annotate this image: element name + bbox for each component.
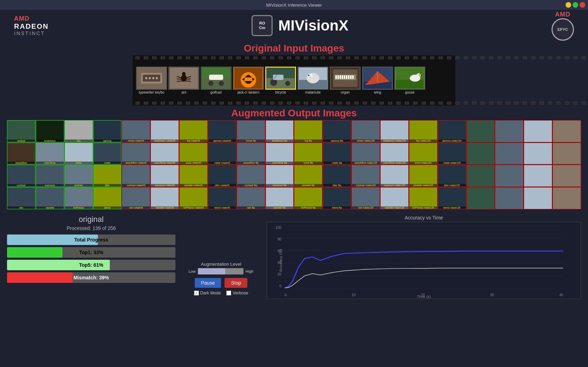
aug-cell: blend flip bbox=[323, 187, 351, 209]
aug-cell: vignette flip bbox=[266, 187, 294, 209]
film-item-goose[interactable]: goose bbox=[394, 67, 425, 94]
dark-mode-checkbox[interactable]: ✓ Dark Mode bbox=[194, 291, 221, 295]
epyc-circle: EPYC bbox=[552, 18, 574, 41]
aug-cell: colorTemp bbox=[36, 143, 64, 165]
chart-title: Accuracy vs Time bbox=[267, 215, 581, 220]
minimize-button[interactable] bbox=[566, 2, 571, 8]
film-label-lantern: jack-o'-lantern bbox=[238, 90, 260, 94]
radeon-text: RADEON bbox=[14, 22, 49, 30]
aug-cell: jitter flip bbox=[323, 165, 351, 187]
top1-progress-label: Top1: 33% bbox=[7, 247, 175, 258]
aug-cell: gamma rotate135 bbox=[438, 120, 466, 142]
y-label-20: 20 bbox=[278, 272, 281, 276]
checkbox-row: ✓ Dark Mode Verbose bbox=[194, 291, 248, 295]
film-strip-container: typewriter keybo ant golfcart bbox=[0, 55, 588, 106]
aug-cell-label: pixelate rotate45 bbox=[180, 184, 207, 186]
stop-button[interactable]: Stop bbox=[225, 278, 247, 288]
aug-cell bbox=[495, 187, 523, 209]
window-controls bbox=[566, 2, 585, 8]
current-image-label: original bbox=[7, 215, 175, 224]
aug-cell-label: rotate flip bbox=[323, 162, 351, 164]
augmented-grid-container: originalbrightnessfoggammaresize rotate4… bbox=[0, 120, 588, 209]
aug-cell-label: exposure bbox=[36, 184, 64, 186]
y-label-0: 0 bbox=[279, 284, 281, 288]
pause-button[interactable]: Pause bbox=[195, 278, 221, 288]
title-bar: MIVisionX Inference Viewer bbox=[0, 0, 588, 10]
x-label-0: 0 bbox=[285, 293, 287, 297]
aug-cell-label: vignette rotate45 bbox=[151, 206, 179, 209]
verbose-checkbox[interactable]: Verbose bbox=[226, 291, 248, 295]
aug-cell-label: SnPNoise bbox=[65, 206, 93, 209]
film-item-lantern[interactable]: jack-o'-lantern bbox=[233, 67, 264, 94]
instinct-text: INSTINCT bbox=[14, 30, 45, 36]
aug-cell: vignette rotate135 bbox=[380, 187, 409, 209]
aug-level-label: Augmentation Level bbox=[201, 261, 241, 267]
aug-cell: snow rotate135 bbox=[409, 143, 437, 165]
y-label-80: 80 bbox=[278, 237, 281, 241]
aug-cell: contrast rotate45 bbox=[122, 165, 150, 187]
aug-cell: jitter rotate135 bbox=[438, 165, 466, 187]
film-item-ant[interactable]: ant bbox=[168, 67, 199, 94]
input-section-title: Original Input Images bbox=[0, 43, 588, 54]
film-item-wing[interactable]: wing bbox=[362, 67, 393, 94]
aug-cell-label: exposure rotate135 bbox=[381, 184, 408, 186]
aug-cell-label: rain bbox=[7, 206, 35, 209]
aug-cell-label: pixelate rotate135 bbox=[409, 184, 437, 186]
film-item-malamute[interactable]: malamute bbox=[298, 67, 328, 94]
aug-cell: colorTemp rotate135 bbox=[380, 143, 409, 165]
aug-cell: resize rotate45 bbox=[122, 120, 150, 142]
chart-y-axis: 100 80 60 40 20 0 bbox=[267, 226, 283, 288]
close-button[interactable] bbox=[580, 2, 585, 8]
y-label-40: 40 bbox=[278, 261, 281, 265]
aug-cell: jitter bbox=[93, 165, 122, 187]
processed-count: Processed: 139 of 256 bbox=[7, 225, 175, 231]
svg-rect-49 bbox=[352, 75, 354, 79]
aug-cell-label: colorTemp rotate45 bbox=[151, 162, 179, 164]
aug-cell: gamma flip bbox=[323, 120, 351, 142]
film-wrapper: typewriter keybo ant golfcart bbox=[133, 55, 455, 106]
aug-cell: pixelate rotate45 bbox=[179, 165, 208, 187]
film-item-golfcart[interactable]: golfcart bbox=[201, 67, 232, 94]
aug-cell-label: jitter bbox=[94, 184, 121, 186]
svg-line-12 bbox=[177, 81, 182, 81]
aug-cell-label: brightness flip bbox=[266, 140, 294, 142]
aug-cell-label: fog rotate135 bbox=[409, 140, 437, 142]
aug-cell-label: warpAffine flip bbox=[237, 162, 265, 164]
aug-cell: rain rotate135 bbox=[352, 187, 380, 209]
aug-cell: rotate flip bbox=[323, 143, 351, 165]
aug-cell: pixelate rotate135 bbox=[409, 165, 437, 187]
aug-cell: pixelate flip bbox=[294, 165, 322, 187]
svg-point-3 bbox=[145, 77, 147, 79]
y-label-60: 60 bbox=[278, 249, 281, 253]
svg-line-15 bbox=[185, 81, 191, 81]
film-item-typewriter[interactable]: typewriter keybo bbox=[136, 67, 167, 94]
maximize-button[interactable] bbox=[573, 2, 578, 8]
controls-row: Pause Stop bbox=[195, 278, 248, 288]
aug-cell-label: original bbox=[7, 140, 35, 142]
center-panel: Augmentation Level Low High Pause Stop ✓… bbox=[182, 215, 260, 299]
svg-point-20 bbox=[219, 81, 224, 86]
augmented-grid: originalbrightnessfoggammaresize rotate4… bbox=[7, 120, 581, 209]
aug-cell-label: snow flip bbox=[294, 162, 322, 164]
aug-cell-label: gamma flip bbox=[323, 140, 351, 142]
chart-x-title: Time (s) bbox=[417, 294, 431, 299]
aug-cell: brightness flip bbox=[266, 120, 294, 142]
film-label-wing: wing bbox=[374, 90, 381, 94]
film-label-typewriter: typewriter keybo bbox=[139, 90, 165, 94]
aug-cell: contrast flip bbox=[237, 165, 265, 187]
film-label-goose: goose bbox=[405, 90, 414, 94]
aug-slider-fill bbox=[198, 268, 225, 274]
aug-cell-label: contrast bbox=[7, 184, 35, 186]
aug-cell bbox=[553, 120, 581, 142]
aug-cell-label: vignette bbox=[36, 206, 64, 209]
aug-cell-label: resize rotate135 bbox=[352, 140, 380, 142]
mismatch-progress-container: Mismatch: 39% bbox=[7, 272, 175, 283]
aug-slider[interactable] bbox=[198, 268, 243, 274]
aug-cell-label: contrast flip bbox=[237, 184, 265, 186]
aug-cell: rain flip bbox=[237, 187, 265, 209]
aug-cell-label: exposure rotate45 bbox=[151, 184, 179, 186]
perf-strip-top bbox=[133, 55, 455, 60]
svg-rect-41 bbox=[335, 75, 337, 79]
film-item-tricycle[interactable]: tricycle bbox=[265, 67, 296, 94]
film-item-organ[interactable]: organ bbox=[330, 67, 361, 94]
